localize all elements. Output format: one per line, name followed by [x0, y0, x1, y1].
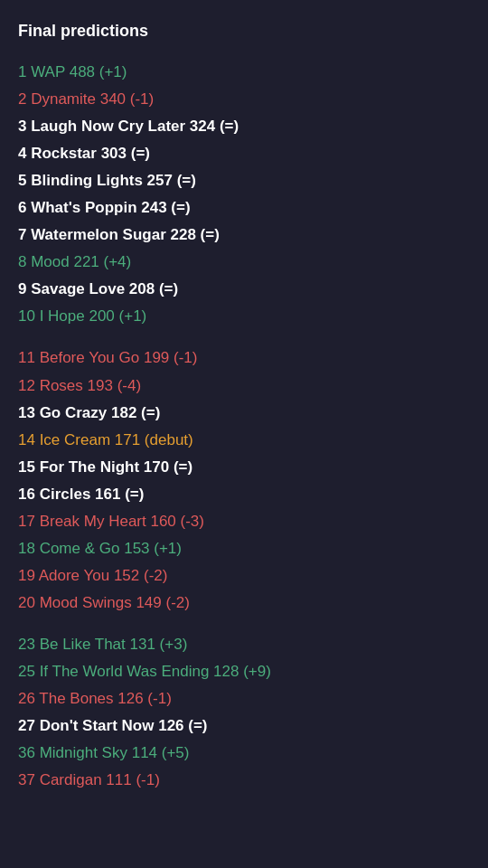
song-score: 126 (-1) — [114, 690, 172, 707]
song-name: 26 The Bones — [18, 690, 114, 707]
song-name: 11 Before You Go — [18, 349, 139, 366]
list-item: 20 Mood Swings 149 (-2) — [18, 590, 470, 617]
list-item: 9 Savage Love 208 (=) — [18, 276, 470, 303]
song-score: 114 (+5) — [127, 744, 190, 761]
list-item: 23 Be Like That 131 (+3) — [18, 631, 470, 658]
song-score: 340 (-1) — [96, 90, 154, 108]
song-score: 221 (+4) — [70, 253, 132, 270]
song-name: 12 Roses — [18, 377, 83, 394]
list-item: 17 Break My Heart 160 (-3) — [18, 508, 470, 535]
list-item: 27 Don't Start Now 126 (=) — [18, 712, 470, 740]
song-name: 4 Rockstar — [18, 145, 97, 162]
song-name: 19 Adore You — [18, 567, 109, 584]
song-name: 3 Laugh Now Cry Later — [18, 118, 185, 135]
song-name: 36 Midnight Sky — [18, 744, 127, 761]
song-name: 17 Break My Heart — [18, 513, 146, 530]
song-score: 193 (-4) — [83, 377, 141, 394]
song-name: 20 Mood Swings — [18, 594, 132, 611]
song-score: 152 (-2) — [109, 567, 167, 584]
song-name: 2 Dynamite — [18, 90, 96, 108]
list-item: 8 Mood 221 (+4) — [18, 249, 470, 276]
list-item: 12 Roses 193 (-4) — [18, 373, 470, 400]
song-score: 111 (-1) — [102, 771, 160, 788]
song-name: 37 Cardigan — [18, 771, 102, 788]
song-name: 15 For The Night — [18, 458, 139, 476]
song-name: 10 I Hope — [18, 307, 85, 325]
list-item: 7 Watermelon Sugar 228 (=) — [18, 222, 470, 249]
song-score: 208 (=) — [125, 280, 178, 297]
song-score: 228 (=) — [166, 226, 220, 243]
song-score: 161 (=) — [90, 486, 144, 503]
song-score: 149 (-2) — [132, 594, 190, 611]
song-name: 7 Watermelon Sugar — [18, 226, 166, 243]
list-item: 4 Rockstar 303 (=) — [18, 140, 470, 167]
page-container: Final predictions 1 WAP 488 (+1)2 Dynami… — [18, 22, 470, 794]
song-score: 126 (=) — [154, 717, 207, 734]
list-item: 18 Come & Go 153 (+1) — [18, 535, 470, 562]
song-score: 182 (=) — [107, 404, 160, 421]
song-name: 5 Blinding Lights — [18, 172, 143, 189]
song-name: 13 Go Crazy — [18, 404, 107, 421]
song-list: 1 WAP 488 (+1)2 Dynamite 340 (-1)3 Laugh… — [18, 59, 470, 794]
list-item: 26 The Bones 126 (-1) — [18, 685, 470, 712]
list-item: 37 Cardigan 111 (-1) — [18, 767, 470, 794]
list-item: 15 For The Night 170 (=) — [18, 454, 470, 481]
song-name: 9 Savage Love — [18, 280, 125, 297]
song-score: 199 (-1) — [139, 349, 197, 366]
list-item: 6 What's Poppin 243 (=) — [18, 194, 470, 222]
song-score: 243 (=) — [137, 199, 191, 216]
song-score: 160 (-3) — [146, 513, 204, 530]
song-score: 170 (=) — [139, 458, 192, 476]
list-spacer — [18, 330, 470, 344]
list-item: 10 I Hope 200 (+1) — [18, 303, 470, 330]
song-score: 303 (=) — [97, 145, 150, 162]
list-item: 36 Midnight Sky 114 (+5) — [18, 740, 470, 767]
song-score: 324 (=) — [185, 118, 239, 135]
song-name: 16 Circles — [18, 486, 90, 503]
song-name: 8 Mood — [18, 253, 70, 270]
song-name: 18 Come & Go — [18, 540, 119, 557]
song-name: 23 Be Like That — [18, 636, 126, 653]
song-score: 131 (+3) — [126, 636, 188, 653]
song-score: 488 (+1) — [65, 63, 127, 80]
list-item: 13 Go Crazy 182 (=) — [18, 400, 470, 427]
song-name: 27 Don't Start Now — [18, 717, 154, 734]
song-name: 6 What's Poppin — [18, 199, 137, 216]
list-item: 16 Circles 161 (=) — [18, 481, 470, 508]
song-score: 171 (debut) — [110, 431, 193, 448]
list-item: 19 Adore You 152 (-2) — [18, 562, 470, 590]
list-item: 25 If The World Was Ending 128 (+9) — [18, 658, 470, 685]
list-item: 1 WAP 488 (+1) — [18, 59, 470, 86]
song-name: 14 Ice Cream — [18, 431, 110, 448]
song-name: 25 If The World Was Ending — [18, 663, 209, 680]
song-score: 153 (+1) — [119, 540, 182, 557]
page-title: Final predictions — [18, 22, 470, 41]
list-item: 14 Ice Cream 171 (debut) — [18, 427, 470, 454]
song-score: 128 (+9) — [209, 663, 271, 680]
list-item: 3 Laugh Now Cry Later 324 (=) — [18, 113, 470, 140]
list-item: 2 Dynamite 340 (-1) — [18, 86, 470, 113]
list-spacer — [18, 617, 470, 631]
song-name: 1 WAP — [18, 63, 65, 80]
song-score: 257 (=) — [143, 172, 196, 189]
list-item: 5 Blinding Lights 257 (=) — [18, 167, 470, 194]
song-score: 200 (+1) — [85, 307, 147, 325]
list-item: 11 Before You Go 199 (-1) — [18, 344, 470, 372]
